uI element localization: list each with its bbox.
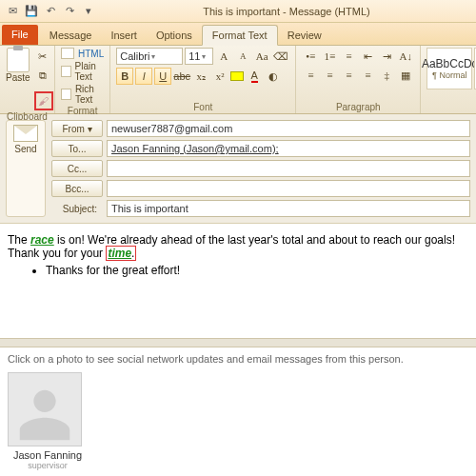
bullet-item: Thanks for the great effort!: [46, 264, 468, 277]
from-button[interactable]: From ▾: [51, 120, 103, 137]
html-icon: [61, 48, 74, 59]
tab-options[interactable]: Options: [147, 26, 202, 45]
subscript-icon[interactable]: x₂: [192, 68, 209, 85]
group-label-font: Font: [116, 101, 289, 112]
outdent-icon[interactable]: ⇤: [359, 48, 376, 65]
group-font: Calibri▾ 11▾ A A Aa ⌫ B I U abc x₂ x² A …: [110, 46, 296, 113]
grow-font-icon[interactable]: A: [215, 48, 232, 65]
bcc-button[interactable]: Bcc...: [51, 180, 103, 197]
group-format: HTML Plain Text Rich Text Format: [55, 46, 110, 113]
paste-icon: [7, 48, 30, 72]
tab-format-text[interactable]: Format Text: [202, 25, 278, 46]
font-name-select[interactable]: Calibri▾: [116, 48, 183, 65]
subject-label: Subject:: [51, 204, 103, 214]
tab-review[interactable]: Review: [278, 26, 331, 45]
undo-icon[interactable]: ↶: [42, 3, 59, 20]
text-effects-icon[interactable]: ◐: [265, 68, 282, 85]
panel-divider: [0, 338, 476, 347]
from-field[interactable]: newuser7887@gmail.com: [107, 120, 470, 137]
word-race: race: [30, 233, 54, 247]
envelope-icon: [13, 125, 38, 142]
ribbon: Paste ✂ ⧉ 🖌 Clipboard HTML Plain Text Ri…: [0, 46, 476, 114]
subject-field[interactable]: This is important: [107, 200, 470, 217]
rich-icon: [61, 89, 71, 100]
quick-access-toolbar: ✉ 💾 ↶ ↷ ▾: [0, 3, 97, 20]
cc-field[interactable]: [107, 160, 470, 177]
group-label-format: Format: [61, 105, 104, 116]
align-right-icon[interactable]: ≡: [340, 67, 357, 84]
plain-icon: [61, 66, 71, 77]
line-spacing-icon[interactable]: ‡: [378, 67, 395, 84]
bcc-field[interactable]: [107, 180, 470, 197]
underline-button[interactable]: U: [154, 68, 171, 85]
font-size-select[interactable]: 11▾: [185, 48, 213, 65]
contact-name: Jason Fanning: [8, 449, 88, 461]
app-icon[interactable]: ✉: [4, 3, 21, 20]
qat-more-icon[interactable]: ▾: [80, 3, 97, 20]
group-styles: AaBbCcDc ¶ Normal AaB ¶ No: [421, 46, 476, 113]
strike-icon[interactable]: abc: [173, 68, 190, 85]
people-pane: Click on a photo to see social network u…: [0, 347, 476, 476]
tab-file[interactable]: File: [2, 25, 38, 45]
bullets-icon[interactable]: •≡: [302, 48, 319, 65]
avatar-icon: [8, 372, 82, 446]
numbering-icon[interactable]: 1≡: [321, 48, 338, 65]
redo-icon[interactable]: ↷: [61, 3, 78, 20]
align-left-icon[interactable]: ≡: [302, 67, 319, 84]
tab-message[interactable]: Message: [40, 26, 102, 45]
cut-icon[interactable]: ✂: [34, 48, 51, 65]
font-color-icon[interactable]: A: [246, 68, 263, 85]
contact-role: supervisor: [8, 461, 88, 470]
superscript-icon[interactable]: x²: [211, 68, 228, 85]
change-case-icon[interactable]: Aa: [253, 48, 270, 65]
to-field[interactable]: Jason Fanning (Jason@ymail.com);: [107, 140, 470, 157]
justify-icon[interactable]: ≡: [359, 67, 376, 84]
group-clipboard: Paste ✂ ⧉ 🖌 Clipboard: [0, 46, 55, 113]
sort-icon[interactable]: A↓: [397, 48, 414, 65]
highlight-icon[interactable]: [230, 71, 244, 81]
italic-button[interactable]: I: [135, 68, 152, 85]
window-title: This is important - Message (HTML): [97, 6, 476, 17]
style-normal[interactable]: AaBbCcDc ¶ Normal: [426, 48, 472, 89]
cc-button[interactable]: Cc...: [51, 160, 103, 177]
people-hint: Click on a photo to see social network u…: [8, 353, 468, 365]
contact-card[interactable]: Jason Fanning supervisor: [8, 372, 88, 470]
indent-icon[interactable]: ⇥: [378, 48, 395, 65]
group-paragraph: •≡ 1≡ ≡ ⇤ ⇥ A↓ ≡ ≡ ≡ ≡ ‡ ▦ Paragraph: [296, 46, 421, 113]
tab-insert[interactable]: Insert: [101, 26, 147, 45]
paste-button[interactable]: Paste: [6, 48, 30, 83]
save-icon[interactable]: 💾: [23, 3, 40, 20]
format-rich[interactable]: Rich Text: [61, 84, 104, 105]
send-button[interactable]: Send: [6, 120, 46, 217]
paste-label: Paste: [6, 72, 30, 83]
shrink-font-icon[interactable]: A: [234, 48, 251, 65]
clear-format-icon[interactable]: ⌫: [272, 48, 289, 65]
word-time-highlight: time.: [106, 246, 136, 261]
shading-icon[interactable]: ▦: [397, 67, 414, 84]
format-painter-icon: 🖌: [38, 95, 49, 107]
to-button[interactable]: To...: [51, 140, 103, 157]
bold-button[interactable]: B: [116, 68, 133, 85]
multilevel-icon[interactable]: ≡: [340, 48, 357, 65]
ribbon-tabs: File Message Insert Options Format Text …: [0, 23, 476, 46]
format-html[interactable]: HTML: [61, 48, 104, 59]
compose-header: Send From ▾ newuser7887@gmail.com To... …: [0, 114, 476, 224]
copy-icon[interactable]: ⧉: [34, 67, 51, 84]
message-body[interactable]: The race is on! We're already ahead of t…: [0, 224, 476, 338]
align-center-icon[interactable]: ≡: [321, 67, 338, 84]
group-label-paragraph: Paragraph: [302, 101, 414, 112]
format-painter-highlight[interactable]: 🖌: [34, 91, 53, 110]
title-bar: ✉ 💾 ↶ ↷ ▾ This is important - Message (H…: [0, 0, 476, 23]
format-plain[interactable]: Plain Text: [61, 61, 104, 82]
